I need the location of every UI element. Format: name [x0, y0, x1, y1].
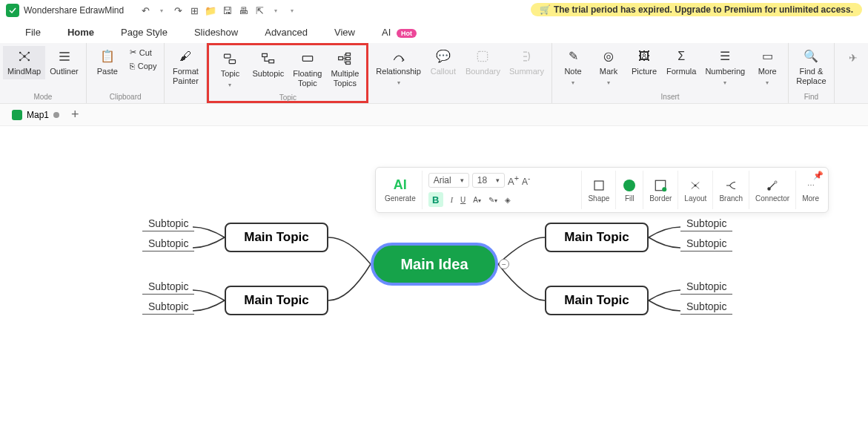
paste-icon: 📋	[100, 49, 115, 64]
boundary-button: Boundary	[461, 46, 505, 79]
ft-branch[interactable]: Branch	[713, 171, 749, 209]
unsaved-dot-icon	[53, 112, 59, 118]
svg-rect-14	[478, 51, 488, 61]
formula-button[interactable]: ΣFormula	[662, 46, 700, 79]
topic-icon	[222, 51, 237, 66]
summary-icon	[520, 49, 534, 64]
menu-advanced[interactable]: Advanced	[251, 22, 321, 42]
highlight-button[interactable]: ✎▾	[488, 196, 497, 204]
menu-slideshow[interactable]: Slideshow	[181, 22, 251, 42]
underline-button[interactable]: U	[460, 196, 466, 204]
ft-border[interactable]: Border	[643, 171, 678, 209]
multiple-topics-icon	[337, 51, 352, 66]
collapse-toggle[interactable]: −	[499, 259, 509, 269]
node-main-topic-bl[interactable]: Main Topic	[225, 286, 328, 315]
canvas[interactable]: 📌 AI Generate Arial▾ 18▾ A+ A- B I U A▾ …	[0, 126, 868, 434]
send-icon[interactable]: ✈	[849, 52, 858, 64]
border-label: Border	[649, 194, 672, 203]
menu-view[interactable]: View	[321, 22, 368, 42]
svg-rect-7	[262, 53, 268, 56]
increase-font-icon[interactable]: A+	[508, 174, 519, 187]
svg-rect-11	[346, 53, 351, 56]
node-main-topic-br[interactable]: Main Topic	[545, 286, 649, 315]
find-group-label: Find	[792, 91, 830, 103]
print-icon[interactable]: 🖶	[236, 4, 250, 17]
titlebar: Wondershare EdrawMind ↶ ▾ ↷ ⊞ 📁 🖫 🖶 ⇱ ▾ …	[0, 0, 868, 21]
mark-button[interactable]: ◎Mark	[591, 46, 626, 90]
font-family-select[interactable]: Arial▾	[428, 173, 469, 188]
trial-text: The trial period has expired. Upgrade to…	[554, 4, 853, 15]
insert-group-label: Insert	[555, 91, 785, 103]
ft-connector[interactable]: Connector	[749, 171, 796, 209]
relationship-button[interactable]: Relationship	[371, 46, 425, 90]
clear-format-button[interactable]: ◈	[505, 196, 511, 204]
font-size-select[interactable]: 18▾	[472, 173, 505, 188]
qat-customize[interactable]: ▾	[285, 4, 299, 17]
menu-file[interactable]: File	[12, 22, 54, 42]
italic-button[interactable]: I	[451, 196, 453, 204]
bold-button[interactable]: B	[428, 192, 443, 207]
pin-icon[interactable]: 📌	[813, 171, 824, 180]
ribbon: MindMap Outliner Mode 📋 Paste ✂ Cut	[0, 43, 868, 104]
menu-ai-label: AI	[382, 27, 391, 38]
mindmap-button[interactable]: MindMap	[3, 46, 45, 79]
menu-home[interactable]: Home	[54, 22, 107, 42]
undo-icon[interactable]: ↶	[139, 4, 152, 17]
ft-fill[interactable]: Fill	[616, 171, 643, 209]
node-subtopic[interactable]: Subtopic	[142, 237, 194, 251]
generate-label: Generate	[385, 194, 416, 203]
format-painter-button[interactable]: 🖌 Format Painter	[168, 46, 203, 89]
node-subtopic[interactable]: Subtopic	[142, 300, 194, 315]
ft-shape[interactable]: Shape	[582, 171, 616, 209]
ft-layout[interactable]: Layout	[678, 171, 713, 209]
save-icon[interactable]: 🖫	[220, 4, 233, 17]
copy-icon: ⎘	[130, 62, 135, 70]
copy-label: Copy	[138, 62, 157, 70]
outliner-button[interactable]: Outliner	[45, 46, 83, 79]
svg-point-18	[663, 187, 667, 191]
picture-button[interactable]: 🖼Picture	[626, 46, 662, 79]
open-icon[interactable]: 📁	[204, 4, 217, 17]
export-dropdown[interactable]: ▾	[269, 4, 282, 17]
multiple-topics-button[interactable]: Multiple Topics	[326, 48, 363, 91]
decrease-font-icon[interactable]: A-	[522, 174, 530, 187]
subtopic-button[interactable]: Subtopic	[248, 48, 288, 82]
add-tab-button[interactable]: +	[71, 107, 79, 122]
node-subtopic[interactable]: Subtopic	[680, 300, 732, 315]
menu-ai[interactable]: AI Hot	[368, 22, 430, 42]
floating-topic-button[interactable]: Floating Topic	[288, 48, 326, 91]
numbering-button[interactable]: ☰Numbering	[700, 46, 749, 90]
svg-rect-15	[594, 181, 603, 190]
redo-icon[interactable]: ↷	[171, 4, 185, 17]
app-logo	[6, 4, 19, 17]
fill-label: Fill	[625, 194, 635, 203]
find-replace-label: Find & Replace	[796, 67, 826, 86]
note-button[interactable]: ✎Note	[555, 46, 591, 90]
cut-button[interactable]: ✂ Cut	[125, 46, 162, 59]
font-color-button[interactable]: A▾	[473, 196, 481, 204]
node-subtopic[interactable]: Subtopic	[142, 217, 194, 231]
new-icon[interactable]: ⊞	[188, 4, 201, 17]
topic-button[interactable]: Topic	[212, 48, 248, 92]
undo-dropdown[interactable]: ▾	[155, 4, 168, 17]
multiple-topics-label: Multiple Topics	[331, 69, 359, 88]
doc-tab-map1[interactable]: Map1	[6, 107, 65, 123]
menu-pagestyle[interactable]: Page Style	[107, 22, 181, 42]
copy-button[interactable]: ⎘ Copy	[125, 60, 162, 72]
export-icon[interactable]: ⇱	[253, 4, 266, 17]
more-button[interactable]: ▭More	[749, 46, 785, 90]
node-subtopic[interactable]: Subtopic	[142, 280, 194, 295]
size-value: 18	[477, 175, 487, 185]
node-subtopic[interactable]: Subtopic	[680, 237, 732, 251]
node-main-topic-tl[interactable]: Main Topic	[225, 223, 328, 252]
node-main-idea[interactable]: Main Idea	[371, 243, 497, 285]
ft-generate[interactable]: AI Generate	[379, 171, 423, 209]
node-subtopic[interactable]: Subtopic	[680, 217, 732, 231]
find-replace-button[interactable]: 🔍 Find & Replace	[792, 46, 830, 89]
node-subtopic[interactable]: Subtopic	[680, 280, 732, 295]
floating-topic-label: Floating Topic	[293, 69, 322, 88]
trial-banner[interactable]: 🛒 The trial period has expired. Upgrade …	[531, 3, 862, 16]
cart-icon: 🛒	[540, 4, 551, 15]
paste-button[interactable]: 📋 Paste	[90, 46, 125, 79]
node-main-topic-tr[interactable]: Main Topic	[545, 223, 649, 252]
